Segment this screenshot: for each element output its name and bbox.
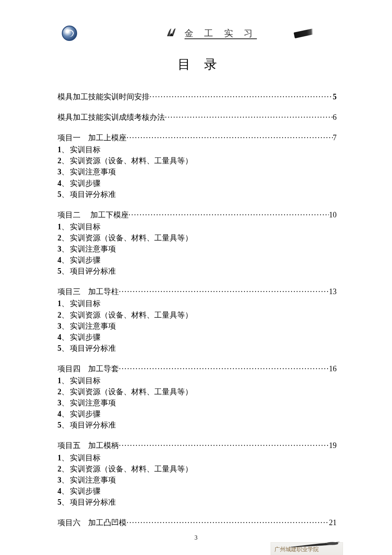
subitem-text: 项目评分标准: [70, 343, 116, 354]
subitem-separator: 、: [61, 155, 69, 166]
toc-page: 5: [333, 91, 337, 102]
footer-pen-icon: [290, 541, 341, 549]
subitem-text: 实训注意事项: [70, 397, 116, 408]
subitem-text: 项目评分标准: [70, 497, 116, 508]
toc-subitem: 4、实训步骤: [58, 254, 337, 266]
subitem-number: 3: [58, 474, 61, 486]
toc-page: 13: [329, 286, 337, 297]
subitem-number: 2: [58, 232, 61, 243]
toc-subitems: 1、实训目标2、实训资源（设备、材料、工量具等）3、实训注意事项4、实训步骤5、…: [58, 452, 337, 508]
toc-project: 项目三 加工导柱131、实训目标2、实训资源（设备、材料、工量具等）3、实训注意…: [58, 286, 337, 354]
subitem-number: 4: [58, 408, 61, 419]
subitem-separator: 、: [61, 321, 69, 332]
toc-label: 模具加工技能实训时间安排: [58, 91, 150, 102]
subitem-text: 项目评分标准: [70, 266, 116, 277]
subitem-text: 实训注意事项: [70, 321, 116, 332]
toc-project: 项目五 加工模柄191、实训目标2、实训资源（设备、材料、工量具等）3、实训注意…: [58, 440, 337, 508]
toc-subitems: 1、实训目标2、实训资源（设备、材料、工量具等）3、实训注意事项4、实训步骤5、…: [58, 221, 337, 277]
subitem-text: 实训资源（设备、材料、工量具等）: [70, 309, 193, 321]
subitem-separator: 、: [61, 375, 69, 386]
subitem-text: 实训资源（设备、材料、工量具等）: [70, 463, 193, 474]
subitem-text: 项目评分标准: [70, 189, 116, 200]
toc-page: 10: [329, 209, 337, 220]
toc-subitem: 5、项目评分标准: [58, 266, 337, 277]
subitem-text: 实训注意事项: [70, 243, 116, 254]
toc-subitem: 4、实训步骤: [58, 408, 337, 419]
subitem-number: 2: [58, 463, 61, 474]
subitem-separator: 、: [61, 221, 69, 232]
brush-icon: [165, 26, 178, 41]
subitem-number: 1: [58, 221, 61, 232]
subitem-text: 实训步骤: [70, 178, 101, 189]
toc-subitems: 1、实训目标2、实训资源（设备、材料、工量具等）3、实训注意事项4、实训步骤5、…: [58, 298, 337, 353]
toc-project: 项目二 加工下模座101、实训目标2、实训资源（设备、材料、工量具等）3、实训注…: [58, 209, 337, 277]
toc-leader: [119, 286, 329, 297]
subitem-number: 5: [58, 419, 61, 431]
toc-label: 项目六 加工凸凹模: [58, 517, 127, 528]
toc-subitem: 2、实训资源（设备、材料、工量具等）: [58, 463, 337, 474]
subitem-number: 1: [58, 298, 61, 309]
table-of-contents: 模具加工技能实训时间安排 5 模具加工技能实训成绩考核办法 6 项目一 加工上模…: [58, 91, 337, 528]
toc-leader: [119, 363, 329, 374]
toc-leader: [127, 517, 329, 528]
subitem-text: 实训目标: [70, 375, 101, 386]
page-number: 3: [195, 535, 198, 541]
subitem-separator: 、: [61, 419, 69, 431]
subitem-separator: 、: [61, 189, 69, 200]
toc-title: 目录: [58, 56, 337, 73]
subitem-separator: 、: [61, 298, 69, 309]
subitem-separator: 、: [61, 408, 69, 419]
toc-subitem: 4、实训步骤: [58, 486, 337, 497]
subitem-separator: 、: [61, 386, 69, 397]
subitem-number: 1: [58, 375, 61, 386]
subitem-number: 5: [58, 497, 61, 508]
toc-page: 21: [329, 517, 337, 528]
toc-label: 项目一 加工上模座: [58, 132, 127, 143]
header-title: 金 工 实 习: [184, 27, 257, 39]
subitem-number: 4: [58, 254, 61, 266]
subitem-number: 3: [58, 166, 61, 177]
subitem-separator: 、: [61, 486, 69, 497]
toc-subitem: 1、实训目标: [58, 144, 337, 155]
subitem-separator: 、: [61, 243, 69, 254]
subitem-text: 实训步骤: [70, 408, 101, 419]
subitem-number: 1: [58, 144, 61, 155]
toc-subitem: 1、实训目标: [58, 221, 337, 232]
toc-subitem: 5、项目评分标准: [58, 343, 337, 354]
subitem-number: 4: [58, 332, 61, 343]
toc-project: 项目一 加工上模座71、实训目标2、实训资源（设备、材料、工量具等）3、实训注意…: [58, 132, 337, 200]
subitem-separator: 、: [61, 463, 69, 474]
subitem-text: 实训步骤: [70, 332, 101, 343]
subitem-text: 实训步骤: [70, 254, 101, 266]
logo-icon: [62, 26, 77, 41]
toc-subitem: 2、实训资源（设备、材料、工量具等）: [58, 386, 337, 397]
subitem-separator: 、: [61, 266, 69, 277]
toc-subitem: 3、实训注意事项: [58, 321, 337, 332]
subitem-number: 3: [58, 321, 61, 332]
subitem-separator: 、: [61, 452, 69, 463]
toc-leader: [129, 209, 329, 220]
subitem-number: 3: [58, 397, 61, 408]
subitem-text: 实训资源（设备、材料、工量具等）: [70, 155, 193, 166]
subitem-number: 4: [58, 178, 61, 189]
toc-subitem: 1、实训目标: [58, 452, 337, 463]
toc-leader: [127, 132, 333, 143]
subitem-text: 实训目标: [70, 298, 101, 309]
subitem-number: 2: [58, 155, 61, 166]
toc-entry: 项目四 加工导套16: [58, 363, 337, 374]
subitem-number: 5: [58, 343, 61, 354]
subitem-separator: 、: [61, 474, 69, 486]
toc-subitem: 3、实训注意事项: [58, 397, 337, 408]
subitem-text: 项目评分标准: [70, 419, 116, 431]
subitem-separator: 、: [61, 497, 69, 508]
toc-leader: [150, 91, 333, 102]
toc-label: 项目四 加工导套: [58, 363, 119, 374]
toc-project: 项目四 加工导套161、实训目标2、实训资源（设备、材料、工量具等）3、实训注意…: [58, 363, 337, 431]
toc-label: 项目三 加工导柱: [58, 286, 119, 297]
subitem-separator: 、: [61, 397, 69, 408]
toc-subitem: 2、实训资源（设备、材料、工量具等）: [58, 155, 337, 166]
header-center: 金 工 实 习: [165, 26, 257, 41]
toc-subitem: 3、实训注意事项: [58, 243, 337, 254]
subitem-separator: 、: [61, 178, 69, 189]
subitem-number: 5: [58, 189, 61, 200]
